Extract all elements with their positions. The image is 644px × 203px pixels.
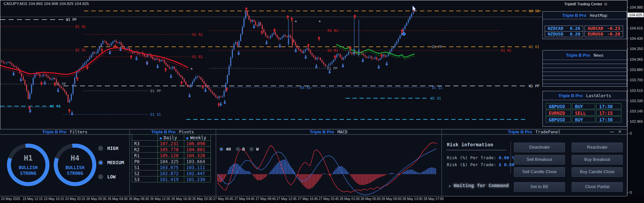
pivot-row: S1103.675103.111	[132, 165, 211, 170]
macd-tf-radio-4h[interactable]: 4H	[219, 147, 231, 152]
time-axis-label: 28 May 09:00	[381, 197, 402, 201]
pivot-label: W1 PP	[529, 84, 539, 88]
time-axis[interactable]: 23 May 202523 May 12:1523 May 16:1523 Ma…	[0, 196, 627, 203]
pivot-level-name: S3	[132, 176, 158, 182]
heatmap-value: -0.20	[607, 32, 620, 37]
price-tick: 103.145	[630, 109, 643, 113]
trade-button-row: Sell Candle CloseBuy Candle Close	[514, 167, 625, 177]
pivot-label: W1 R2	[529, 9, 539, 13]
pivot-header-daily[interactable]: ●Daily	[157, 134, 184, 141]
smiley-icon: ☺	[604, 1, 608, 6]
sell-arrow-icon	[265, 40, 268, 45]
news-panel-title: Triple B Pro News	[543, 50, 627, 60]
time-axis-label: 27 May 04:45	[234, 197, 255, 201]
buy-arrow-icon	[68, 108, 71, 113]
radio-dot-icon[interactable]	[249, 147, 254, 151]
sell-arrow-icon	[304, 55, 307, 59]
time-axis-label: 27 May 08:45	[256, 197, 276, 201]
alert-time: 17:30	[596, 103, 621, 109]
sell-arrow-icon	[362, 58, 364, 63]
pivot-corner-cell	[132, 134, 158, 141]
macd-chart	[216, 135, 442, 196]
news-row	[543, 60, 627, 64]
sell-arrow-icon	[294, 48, 297, 53]
risk-filter-radio-label: HIGH	[107, 146, 119, 151]
trade-button-reactivate[interactable]: Reactivate	[572, 143, 623, 152]
buy-arrow-icon	[318, 36, 320, 40]
trade-button-row: Sell BreakoutBuy Breakout	[514, 155, 625, 165]
pivot-label: D1 R2	[328, 29, 338, 33]
radio-dot-icon[interactable]	[98, 160, 103, 165]
news-row	[543, 72, 627, 76]
time-axis-label: 27 May 00:45	[213, 197, 233, 201]
risk-dollar-line: Risk ($) Per Trade: $ 0.00	[447, 162, 515, 167]
lastalerts-panel: Triple B Pro LastAlerts GBPUSDBUY17:30EU…	[542, 91, 627, 127]
heatmap-row: AUDCAD-0.23	[585, 26, 623, 32]
news-row	[543, 76, 627, 80]
trade-button-row: Set to BEClose Partial	[514, 182, 625, 192]
trade-button-sell-breakout[interactable]: Sell Breakout	[514, 155, 565, 165]
pivot-label: D1 PP	[55, 82, 66, 86]
pivot-label: D1 R1	[501, 48, 512, 52]
pivot-label: D1 S1	[300, 86, 311, 90]
risk-percent-line: Risk (%) Per Trade: 0.00 %	[447, 155, 515, 160]
macd-scale-zero: 0	[630, 131, 632, 135]
sell-arrow-icon	[20, 78, 22, 82]
radio-dot-icon[interactable]	[98, 174, 103, 179]
trade-button-close-partial[interactable]: Close Partial	[572, 182, 623, 192]
price-tick: 102.965	[630, 119, 643, 123]
radio-dot-icon[interactable]	[219, 147, 223, 151]
price-axis[interactable]: 104.980104.615104.430104.250104.065103.8…	[627, 0, 644, 196]
signal-arrows-layer	[12, 7, 415, 116]
pivot-daily-value: 101.419	[157, 176, 184, 182]
trade-button-deactivate[interactable]: Deactivate	[514, 143, 565, 152]
news-panel: Triple B Pro News	[542, 50, 627, 87]
macd-tf-radio-w[interactable]: W	[249, 147, 259, 152]
risk-filter-radio-high[interactable]: HIGH	[98, 146, 119, 151]
pivot-daily-value: 103.675	[157, 164, 184, 170]
close-icon[interactable]: ✕	[618, 129, 621, 134]
news-row	[543, 80, 627, 84]
risk-filter-radio-low[interactable]: LOW	[98, 174, 116, 179]
price-tick: 104.430	[630, 36, 643, 40]
trade-button-sell-candle-close[interactable]: Sell Candle Close	[514, 167, 565, 177]
sell-arrow-icon	[170, 74, 172, 79]
radio-dot-icon[interactable]	[236, 147, 240, 151]
filters-panel: Triple B Pro Filters H1 BULLISH STRONG H…	[0, 129, 129, 196]
heatmap-symbol: NZDUSD	[548, 32, 563, 37]
chart-region[interactable]: W1 R2W1 PPD1 R2D1 R1D1 PPW1 S1D1 R2D1 R1…	[0, 0, 627, 129]
divider	[511, 141, 511, 173]
heatmap-symbol: AUDCAD	[588, 26, 603, 31]
risk-filter-radio-medium[interactable]: MEDIUM	[98, 160, 124, 165]
trade-buttons-grid: DeactivateReactivateSell BreakoutBuy Bre…	[514, 143, 625, 194]
mouse-cursor-icon	[413, 6, 416, 12]
time-axis-label: 28 May 17:00	[424, 197, 444, 201]
time-axis-label: 23 May 20:15	[65, 197, 85, 201]
trade-button-set-to-be[interactable]: Set to BE	[514, 182, 565, 192]
heatmap-row: EURUSD-0.20	[585, 32, 623, 37]
pivot-label: D1 S1	[432, 86, 443, 90]
heatmap-value: 0.20	[570, 32, 580, 37]
heatmap-row: NZDCAD0.26	[545, 26, 583, 32]
trade-button-buy-candle-close[interactable]: Buy Candle Close	[572, 167, 623, 177]
macd-tf-radio-d[interactable]: D	[236, 147, 245, 152]
radio-dot-icon[interactable]: ●	[186, 136, 189, 140]
alerts-table: GBPUSDBUY17:30EURNZDSELL17:15GBPUSDBUY17…	[545, 103, 621, 123]
sell-arrow-icon	[146, 61, 148, 65]
buy-arrow-icon	[307, 43, 310, 48]
alert-symbol: GBPUSD	[546, 103, 571, 109]
minimize-icon[interactable]: —	[610, 129, 614, 134]
radio-dot-icon[interactable]: ●	[160, 136, 162, 140]
radio-dot-icon[interactable]	[98, 146, 103, 151]
ma-red-dashed	[0, 50, 188, 77]
risk-filter-radio-label: LOW	[107, 174, 116, 179]
heatmap-row: NZDUSD0.20	[545, 32, 583, 37]
pivot-header-weekly[interactable]: ●Weekly	[184, 134, 211, 141]
pivot-row: R3107.231106.098	[132, 141, 211, 147]
time-axis-label: 26 May 12:30	[150, 197, 170, 201]
heatmap-panel: Triple B Pro HeatMap NZDCAD0.26NZDUSD0.2…	[542, 11, 627, 39]
trade-button-buy-breakout[interactable]: Buy Breakout	[572, 155, 623, 165]
buy-arrow-icon	[261, 30, 263, 34]
risk-filter-radio-label: MEDIUM	[107, 160, 124, 165]
pivot-label: D1 PP	[327, 66, 338, 70]
